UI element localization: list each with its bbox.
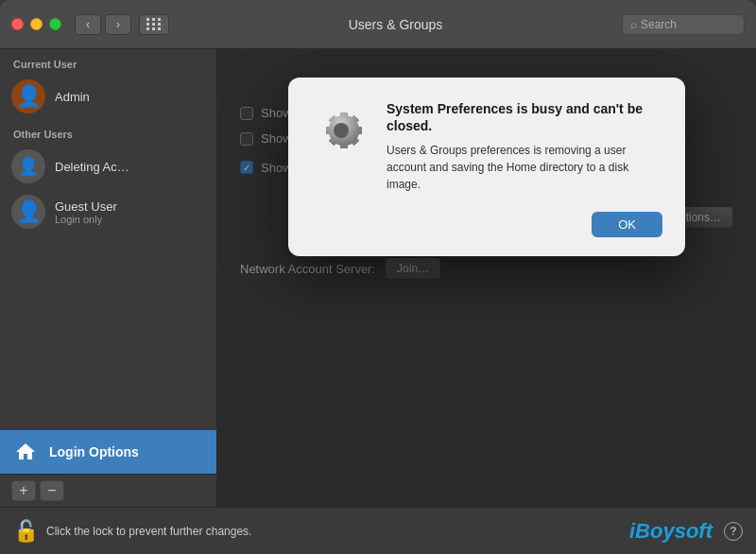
sidebar-item-admin[interactable]: 👤 Admin <box>0 74 216 119</box>
other-users-label: Other Users <box>0 119 216 144</box>
sidebar-spacer <box>0 234 216 430</box>
main-window: ‹ › Users & Groups ⌕ Search Current User <box>0 0 756 554</box>
svg-point-0 <box>334 123 349 138</box>
guest-sub: Login only <box>55 214 117 225</box>
help-button[interactable]: ? <box>724 522 743 541</box>
bottom-bar: 🔓 Click the lock to prevent further chan… <box>0 507 756 554</box>
search-placeholder: Search <box>641 18 677 31</box>
main-area: Current User 👤 Admin Other Users 👤 Delet… <box>0 49 756 507</box>
dialog-overlay: System Preferences is busy and can't be … <box>217 49 756 507</box>
dialog-text-area: System Preferences is busy and can't be … <box>387 100 662 193</box>
lock-icon[interactable]: 🔓 <box>13 519 39 544</box>
dialog-ok-button[interactable]: OK <box>592 212 662 237</box>
forward-icon: › <box>116 18 120 31</box>
back-button[interactable]: ‹ <box>75 14 101 35</box>
nav-buttons: ‹ › <box>75 14 169 35</box>
admin-avatar-icon: 👤 <box>16 84 42 109</box>
back-icon: ‹ <box>86 18 90 31</box>
iboysoft-logo: iBoysoft <box>629 519 713 544</box>
guest-avatar-icon: 👤 <box>16 199 42 224</box>
sidebar-item-guest[interactable]: 👤 Guest User Login only <box>0 189 216 234</box>
deleting-avatar: 👤 <box>11 149 45 183</box>
dialog-content: System Preferences is busy and can't be … <box>311 100 662 193</box>
lock-label: Click the lock to prevent further change… <box>46 525 251 538</box>
grid-icon <box>146 18 162 30</box>
close-button[interactable] <box>11 18 24 30</box>
guest-avatar: 👤 <box>11 195 45 229</box>
sidebar-bottom-buttons: + − <box>0 474 216 507</box>
search-bar[interactable]: ⌕ Search <box>622 14 745 35</box>
window-title: Users & Groups <box>169 17 622 32</box>
deleting-info: Deleting Ac… <box>55 160 129 174</box>
dialog-title: System Preferences is busy and can't be … <box>387 100 662 134</box>
search-icon: ⌕ <box>630 18 637 31</box>
dialog: System Preferences is busy and can't be … <box>288 78 685 256</box>
lock-area: 🔓 Click the lock to prevent further chan… <box>13 519 251 544</box>
sidebar-item-deleting[interactable]: 👤 Deleting Ac… <box>0 144 216 189</box>
dialog-buttons: OK <box>311 212 662 237</box>
dialog-body: Users & Groups preferences is removing a… <box>387 142 662 193</box>
guest-info: Guest User Login only <box>55 199 117 225</box>
admin-name: Admin <box>55 90 90 104</box>
forward-button[interactable]: › <box>105 14 131 35</box>
add-user-button[interactable]: + <box>11 480 36 501</box>
admin-info: Admin <box>55 90 90 104</box>
admin-avatar: 👤 <box>11 79 45 113</box>
login-options-icon <box>11 438 40 466</box>
deleting-name: Deleting Ac… <box>55 160 129 174</box>
maximize-button[interactable] <box>49 18 61 30</box>
grid-view-button[interactable] <box>139 14 169 35</box>
content-area: Show Input menu in login window Show pas… <box>217 49 756 507</box>
sidebar: Current User 👤 Admin Other Users 👤 Delet… <box>0 49 217 507</box>
deleting-avatar-icon: 👤 <box>18 156 39 177</box>
login-options-item[interactable]: Login Options <box>0 430 216 474</box>
traffic-lights <box>11 18 61 30</box>
guest-name: Guest User <box>55 199 117 214</box>
minimize-button[interactable] <box>30 18 43 30</box>
dialog-icon <box>311 100 371 161</box>
login-options-label: Login Options <box>49 444 139 459</box>
current-user-label: Current User <box>0 49 216 74</box>
titlebar: ‹ › Users & Groups ⌕ Search <box>0 0 756 49</box>
remove-user-button[interactable]: − <box>40 480 64 501</box>
